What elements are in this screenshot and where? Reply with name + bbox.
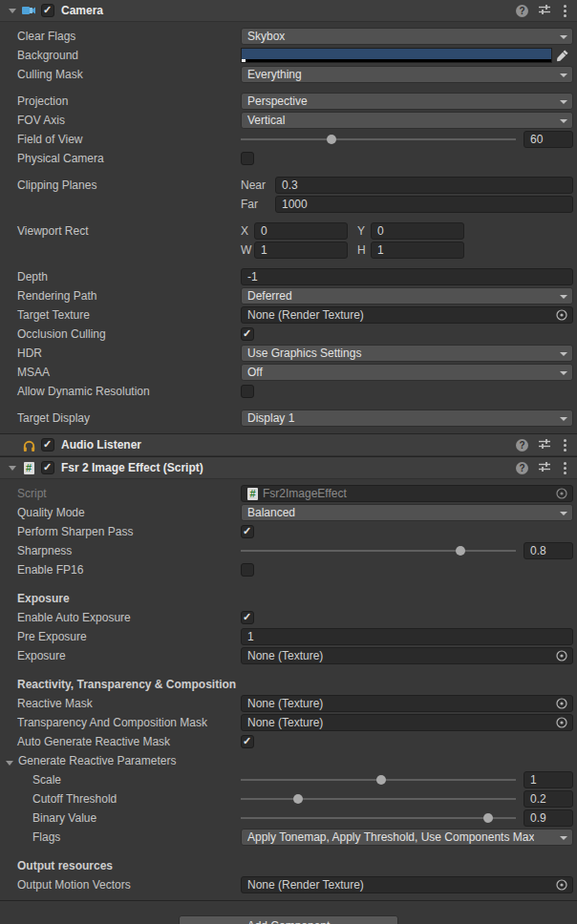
add-component-button[interactable]: Add Component bbox=[179, 915, 398, 924]
clear-flags-dropdown[interactable]: Skybox bbox=[241, 28, 573, 45]
scale-slider[interactable] bbox=[241, 771, 516, 788]
enable-fp16-row: Enable FP16 bbox=[0, 560, 577, 579]
quality-mode-dropdown[interactable]: Balanced bbox=[241, 504, 573, 521]
object-picker-icon[interactable] bbox=[555, 487, 568, 500]
rendering-path-dropdown[interactable]: Deferred bbox=[241, 287, 573, 304]
unity-inspector-panel: Camera ? Clear Flags Skybox Background C… bbox=[0, 0, 577, 924]
help-icon[interactable]: ? bbox=[516, 439, 528, 452]
perform-sharpen-pass-checkbox[interactable] bbox=[241, 525, 254, 538]
output-motion-vectors-object-field[interactable]: None (Render Texture) bbox=[241, 876, 573, 893]
physical-camera-label: Physical Camera bbox=[0, 152, 241, 165]
more-options-icon[interactable] bbox=[561, 4, 569, 18]
object-picker-icon[interactable] bbox=[555, 878, 568, 892]
background-color-swatch[interactable] bbox=[241, 48, 552, 63]
clipping-planes-label: Clipping Planes bbox=[0, 178, 241, 192]
object-picker-icon[interactable] bbox=[555, 716, 568, 729]
chevron-down-icon bbox=[560, 836, 567, 840]
enable-auto-exposure-checkbox[interactable] bbox=[241, 611, 254, 624]
auto-generate-reactive-mask-checkbox[interactable] bbox=[241, 735, 254, 748]
cutoff-threshold-slider[interactable] bbox=[241, 790, 516, 808]
script-row: Script #Fsr2ImageEffect bbox=[0, 484, 577, 503]
eyedropper-icon[interactable] bbox=[552, 48, 573, 63]
slider-handle[interactable] bbox=[483, 813, 493, 823]
script-object-field: #Fsr2ImageEffect bbox=[241, 485, 573, 502]
camera-foldout-icon[interactable] bbox=[9, 9, 16, 13]
transparency-mask-row: Transparency And Composition Mask None (… bbox=[0, 713, 577, 732]
presets-icon[interactable] bbox=[538, 3, 551, 19]
exposure-row: Exposure None (Texture) bbox=[0, 646, 577, 665]
audio-listener-icon bbox=[21, 437, 36, 452]
help-icon[interactable]: ? bbox=[516, 5, 528, 17]
fov-axis-label: FOV Axis bbox=[0, 114, 241, 127]
audio-listener-enabled-checkbox[interactable] bbox=[41, 438, 54, 452]
slider-handle[interactable] bbox=[327, 135, 336, 144]
presets-icon[interactable] bbox=[538, 437, 551, 453]
clipping-planes-far-row: Far1000 bbox=[0, 195, 577, 214]
camera-enabled-checkbox[interactable] bbox=[41, 4, 54, 17]
clear-flags-label: Clear Flags bbox=[0, 30, 241, 43]
flags-dropdown[interactable]: Apply Tonemap, Apply Threshold, Use Comp… bbox=[241, 829, 573, 846]
viewport-h-input[interactable]: 1 bbox=[371, 242, 464, 259]
cutoff-threshold-input[interactable]: 0.2 bbox=[524, 790, 573, 808]
field-of-view-slider[interactable] bbox=[241, 131, 516, 148]
quality-mode-row: Quality Mode Balanced bbox=[0, 503, 577, 522]
flags-row: Flags Apply Tonemap, Apply Threshold, Us… bbox=[0, 828, 577, 847]
clear-flags-row: Clear Flags Skybox bbox=[0, 27, 577, 46]
chevron-down-icon bbox=[560, 417, 567, 421]
fsr2-enabled-checkbox[interactable] bbox=[41, 461, 54, 474]
projection-label: Projection bbox=[0, 94, 241, 108]
viewport-y-input[interactable]: 0 bbox=[371, 222, 464, 240]
culling-mask-dropdown[interactable]: Everything bbox=[241, 66, 573, 83]
viewport-x-input[interactable]: 0 bbox=[254, 222, 348, 240]
generate-reactive-parameters-row[interactable]: Generate Reactive Parameters bbox=[0, 751, 577, 770]
exposure-section-header: Exposure bbox=[0, 589, 577, 608]
slider-handle[interactable] bbox=[376, 775, 386, 785]
scale-input[interactable]: 1 bbox=[524, 771, 573, 788]
binary-value-input[interactable]: 0.9 bbox=[524, 809, 573, 827]
audio-listener-foldout-spacer bbox=[9, 443, 16, 448]
msaa-dropdown[interactable]: Off bbox=[241, 364, 573, 381]
output-resources-header-label: Output resources bbox=[0, 859, 241, 872]
fov-axis-dropdown[interactable]: Vertical bbox=[241, 112, 573, 129]
viewport-w-input[interactable]: 1 bbox=[254, 242, 348, 259]
enable-auto-exposure-label: Enable Auto Exposure bbox=[0, 611, 241, 624]
fsr2-foldout-icon[interactable] bbox=[9, 466, 16, 471]
hdr-dropdown[interactable]: Use Graphics Settings bbox=[241, 345, 573, 362]
object-picker-icon[interactable] bbox=[555, 308, 568, 322]
enable-fp16-checkbox[interactable] bbox=[241, 563, 254, 577]
allow-dynamic-resolution-checkbox[interactable] bbox=[241, 385, 254, 398]
near-input[interactable]: 0.3 bbox=[275, 177, 573, 194]
allow-dynamic-resolution-row: Allow Dynamic Resolution bbox=[0, 382, 577, 401]
auto-generate-reactive-mask-row: Auto Generate Reactive Mask bbox=[0, 732, 577, 751]
sharpness-input[interactable]: 0.8 bbox=[524, 542, 573, 559]
transparency-mask-object-field[interactable]: None (Texture) bbox=[241, 714, 573, 731]
exposure-object-field[interactable]: None (Texture) bbox=[241, 647, 573, 664]
occlusion-culling-checkbox[interactable] bbox=[241, 327, 254, 341]
projection-dropdown[interactable]: Perspective bbox=[241, 93, 573, 110]
field-of-view-input[interactable]: 60 bbox=[524, 131, 573, 148]
physical-camera-row: Physical Camera bbox=[0, 149, 577, 168]
target-display-dropdown[interactable]: Display 1 bbox=[241, 410, 573, 427]
pre-exposure-input[interactable]: 1 bbox=[241, 628, 573, 645]
sharpness-slider[interactable] bbox=[241, 542, 516, 559]
reactive-mask-object-field[interactable]: None (Texture) bbox=[241, 695, 573, 712]
presets-icon[interactable] bbox=[538, 460, 551, 476]
slider-handle[interactable] bbox=[456, 546, 465, 556]
slider-handle[interactable] bbox=[293, 794, 303, 804]
audio-listener-component-header: Audio Listener ? bbox=[0, 433, 577, 456]
enable-auto-exposure-row: Enable Auto Exposure bbox=[0, 608, 577, 627]
help-icon[interactable]: ? bbox=[516, 462, 528, 474]
object-picker-icon[interactable] bbox=[555, 697, 568, 710]
exposure-header-label: Exposure bbox=[0, 592, 241, 605]
exposure-label: Exposure bbox=[0, 649, 241, 662]
foldout-open-icon[interactable] bbox=[6, 761, 13, 766]
more-options-icon[interactable] bbox=[561, 461, 569, 475]
binary-value-slider[interactable] bbox=[241, 809, 516, 827]
physical-camera-checkbox[interactable] bbox=[241, 152, 254, 165]
depth-input[interactable]: -1 bbox=[241, 268, 573, 285]
object-picker-icon[interactable] bbox=[555, 649, 568, 662]
far-input[interactable]: 1000 bbox=[275, 196, 573, 213]
more-options-icon[interactable] bbox=[561, 438, 569, 452]
occlusion-culling-row: Occlusion Culling bbox=[0, 325, 577, 344]
target-texture-object-field[interactable]: None (Render Texture) bbox=[241, 306, 573, 324]
